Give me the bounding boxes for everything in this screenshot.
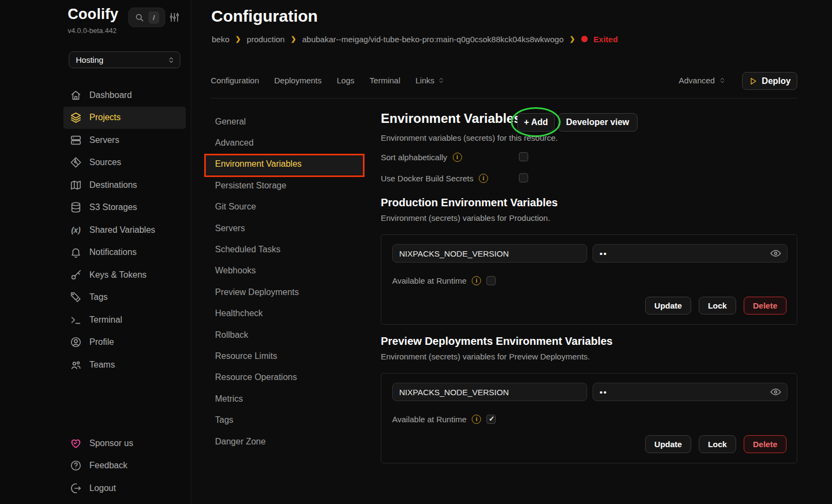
subnav-item-rollback[interactable]: Rollback (204, 324, 365, 345)
sidebar-item-s3-storages[interactable]: S3 Storages (63, 197, 186, 219)
subnav-item-persistent-storage[interactable]: Persistent Storage (204, 175, 365, 196)
subnav-item-metrics[interactable]: Metrics (204, 388, 365, 409)
lock-button[interactable]: Lock (699, 435, 736, 453)
masked-value: •• (600, 388, 608, 397)
search-button[interactable]: / (128, 8, 165, 27)
deploy-button[interactable]: Deploy (742, 72, 797, 90)
chevron-up-down-icon (167, 56, 175, 64)
breadcrumb: beko ❯ production ❯ abubakar--meigag/vid… (212, 34, 618, 44)
subnav-item-danger-zone[interactable]: Danger Zone (204, 431, 365, 452)
subnav-item-git-source[interactable]: Git Source (204, 197, 365, 218)
lock-button[interactable]: Lock (699, 297, 736, 315)
tab-logs[interactable]: Logs (337, 76, 355, 85)
app-version: v4.0.0-beta.442 (68, 27, 116, 35)
sidebar-item-label: Sponsor us (89, 438, 133, 448)
env-name-input[interactable]: NIXPACKS_NODE_VERSION (392, 244, 587, 263)
available-at-runtime-checkbox[interactable] (486, 415, 496, 424)
subnav-item-environment-variables[interactable]: Environment Variables (204, 154, 365, 175)
delete-button[interactable]: Delete (744, 297, 786, 315)
sidebar-item-label: Destinations (89, 180, 137, 190)
info-icon[interactable] (453, 153, 462, 162)
user-circle-icon (70, 336, 82, 348)
section-subtitle: Environment variables (secrets) for this… (381, 133, 558, 142)
sidebar-item-teams[interactable]: Teams (63, 354, 186, 376)
advanced-dropdown[interactable]: Advanced (679, 76, 726, 85)
sidebar-item-logout[interactable]: Logout (63, 477, 186, 500)
subnav-item-webhooks[interactable]: Webhooks (204, 260, 365, 282)
sidebar: Coolify / v4.0.0-beta.442 Hosting Dashbo… (0, 0, 191, 504)
subnav-item-general[interactable]: General (204, 111, 365, 132)
breadcrumb-environment[interactable]: production (247, 35, 285, 44)
docker-build-secrets-row: Use Docker Build Secrets (381, 173, 488, 184)
sidebar-item-dashboard[interactable]: Dashboard (63, 84, 186, 107)
available-at-runtime-row: Available at Runtime (392, 275, 496, 286)
update-button[interactable]: Update (645, 297, 691, 315)
env-value-input[interactable]: •• (593, 383, 788, 401)
subnav-item-advanced[interactable]: Advanced (204, 132, 365, 153)
sidebar-item-tags[interactable]: Tags (63, 286, 186, 309)
update-button[interactable]: Update (645, 435, 691, 453)
subnav-item-preview-deployments[interactable]: Preview Deployments (204, 282, 365, 303)
parentheses-x-icon: (x) (70, 226, 82, 234)
docker-build-secrets-checkbox[interactable] (519, 173, 528, 182)
team-select[interactable]: Hosting (69, 51, 180, 68)
add-button[interactable]: + Add (517, 113, 555, 132)
sidebar-item-projects[interactable]: Projects (63, 107, 186, 129)
tab-configuration[interactable]: Configuration (211, 76, 259, 85)
sidebar-item-label: Sources (89, 158, 121, 167)
docker-build-secrets-label: Use Docker Build Secrets (381, 174, 473, 183)
breadcrumb-project[interactable]: beko (212, 35, 230, 44)
chevron-right-icon: ❯ (569, 35, 575, 43)
sort-alphabetically-checkbox[interactable] (519, 152, 528, 161)
eye-icon[interactable] (770, 386, 782, 398)
home-icon (70, 89, 82, 101)
subnav-item-resource-limits[interactable]: Resource Limits (204, 345, 365, 366)
delete-button[interactable]: Delete (744, 435, 786, 453)
breadcrumb-resource[interactable]: abubakar--meigag/vid-tube-beko-pro:main-… (302, 35, 564, 44)
info-icon[interactable] (472, 276, 481, 285)
subnav-item-healthcheck[interactable]: Healthcheck (204, 303, 365, 324)
sidebar-item-terminal[interactable]: Terminal (63, 309, 186, 331)
subnav-item-scheduled-tasks[interactable]: Scheduled Tasks (204, 239, 365, 260)
search-shortcut-key: / (148, 11, 159, 24)
env-value-input[interactable]: •• (593, 244, 788, 263)
sidebar-footer-nav: Sponsor us Feedback Logout (63, 432, 186, 500)
resource-tabs: Configuration Deployments Logs Terminal … (211, 76, 445, 85)
chevron-right-icon: ❯ (291, 35, 296, 43)
subnav-item-resource-operations[interactable]: Resource Operations (204, 367, 365, 388)
server-icon (70, 134, 82, 146)
tags-icon (70, 291, 82, 303)
heart-icon (70, 437, 82, 449)
sidebar-item-sponsor-us[interactable]: Sponsor us (63, 432, 186, 455)
settings-sliders-icon[interactable] (169, 11, 180, 23)
sidebar-item-profile[interactable]: Profile (63, 331, 186, 354)
sidebar-item-feedback[interactable]: Feedback (63, 455, 186, 477)
sidebar-item-label: Feedback (89, 461, 127, 470)
info-icon[interactable] (472, 415, 481, 424)
subnav-item-tags[interactable]: Tags (204, 409, 365, 430)
sidebar-item-notifications[interactable]: Notifications (63, 241, 186, 264)
card-buttons: Update Lock Delete (645, 297, 786, 315)
sidebar-item-keys-tokens[interactable]: Keys & Tokens (63, 264, 186, 286)
tabs-divider (211, 98, 797, 99)
subnav-item-servers[interactable]: Servers (204, 218, 365, 239)
tab-links[interactable]: Links (415, 76, 445, 85)
sidebar-item-servers[interactable]: Servers (63, 129, 186, 152)
available-at-runtime-row: Available at Runtime (392, 414, 496, 424)
deploy-label: Deploy (762, 76, 790, 86)
tab-links-label: Links (415, 76, 434, 85)
eye-icon[interactable] (770, 247, 782, 259)
team-select-value: Hosting (76, 55, 103, 64)
status-badge: Exited (594, 35, 618, 44)
sidebar-item-destinations[interactable]: Destinations (63, 174, 186, 197)
terminal-icon (70, 314, 82, 326)
tab-terminal[interactable]: Terminal (369, 76, 400, 85)
info-icon[interactable] (479, 174, 488, 183)
sidebar-item-shared-variables[interactable]: (x) Shared Variables (63, 219, 186, 241)
sidebar-item-sources[interactable]: Sources (63, 152, 186, 174)
available-at-runtime-checkbox[interactable] (486, 276, 496, 285)
env-name-input[interactable]: NIXPACKS_NODE_VERSION (392, 383, 587, 401)
developer-view-button[interactable]: Developer view (558, 113, 638, 132)
tab-deployments[interactable]: Deployments (274, 76, 322, 85)
sidebar-item-label: Teams (89, 360, 115, 370)
